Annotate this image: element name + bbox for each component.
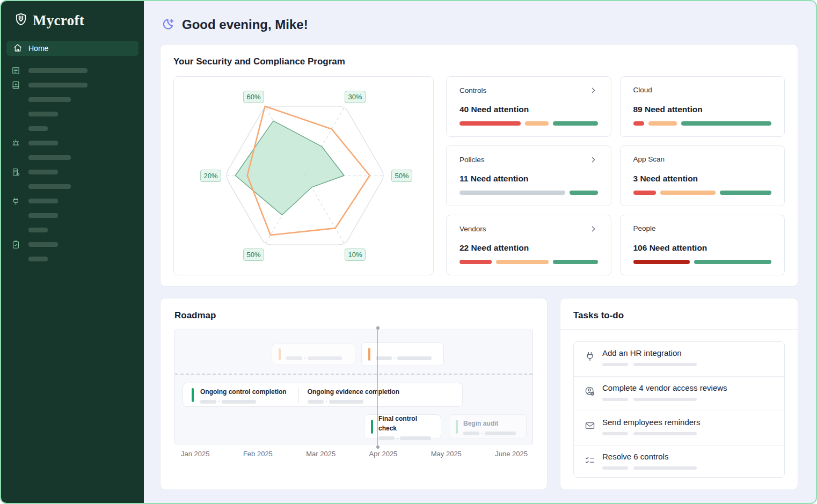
segment-green xyxy=(553,121,598,126)
greeting-header: Good evening, Mike! xyxy=(160,17,798,32)
tasks-list: Add an HR integration xyxy=(573,341,785,478)
app-name: Mycroft xyxy=(33,12,84,29)
skeleton-text xyxy=(286,356,342,360)
security-program-card: Your Security and Compliance Program 60%… xyxy=(160,44,798,287)
roadmap-item-label: Ongoing control completion xyxy=(200,388,287,396)
task-item-send-reminders[interactable]: Send employees reminders xyxy=(574,411,784,445)
roadmap-item-placeholder[interactable] xyxy=(272,344,355,365)
roadmap-item-label: Ongoing evidence completion xyxy=(308,388,399,396)
sidebar-item-placeholder[interactable] xyxy=(6,254,138,264)
tasks-title: Tasks to-do xyxy=(573,310,785,321)
mail-icon xyxy=(585,420,595,431)
stat-card-grid: Controls 40 Need attention Cloud 89 Need… xyxy=(446,76,785,275)
timeline-month-labels: Jan 2025 Feb 2025 Mar 2025 Apr 2025 May … xyxy=(174,450,533,458)
skeleton-text xyxy=(378,436,434,440)
task-item-resolve-controls[interactable]: Resolve 6 controls xyxy=(574,445,784,478)
stat-card-vendors[interactable]: Vendors 22 Need attention xyxy=(446,215,611,275)
item-accent-bar xyxy=(368,348,370,361)
sidebar-item-placeholder[interactable] xyxy=(6,225,138,235)
status-segment-bar xyxy=(633,121,772,126)
stat-card-title: People xyxy=(633,224,656,232)
task-item-vendor-reviews[interactable]: Complete 4 vendor access reviews xyxy=(574,376,784,411)
sidebar-placeholder-nav xyxy=(6,65,138,264)
month-label: May 2025 xyxy=(431,450,462,458)
skeleton-text xyxy=(463,432,516,435)
sidebar-item-placeholder[interactable] xyxy=(6,210,138,220)
segment-orange xyxy=(525,121,548,126)
siren-icon xyxy=(11,138,20,148)
app-window: Mycroft Home Good evening, Mike! xyxy=(0,0,817,504)
sidebar-item-placeholder[interactable] xyxy=(6,94,138,104)
main-content: Good evening, Mike! Your Security and Co… xyxy=(144,1,816,503)
stat-card-controls[interactable]: Controls 40 Need attention xyxy=(446,76,611,137)
skeleton-bar xyxy=(28,199,58,203)
roadmap-item-final-check[interactable]: Final control check xyxy=(364,414,441,439)
roadmap-timeline: Ongoing control completion Ongoing evide… xyxy=(174,330,533,444)
skeleton-bar xyxy=(28,155,71,160)
stat-card-title: Controls xyxy=(459,86,486,94)
task-item-hr-integration[interactable]: Add an HR integration xyxy=(574,342,784,376)
skeleton-bar xyxy=(28,141,58,145)
plug-icon xyxy=(585,351,595,362)
segment-red xyxy=(633,191,656,195)
chevron-right-icon[interactable] xyxy=(589,155,598,164)
chevron-right-icon[interactable] xyxy=(589,86,598,95)
stat-card-policies[interactable]: Policies 11 Need attention xyxy=(446,145,611,206)
plug-icon xyxy=(11,196,20,206)
stat-card-value: 3 Need attention xyxy=(633,174,772,184)
user-check-icon xyxy=(585,386,595,397)
roadmap-item-ongoing[interactable]: Ongoing control completion Ongoing evide… xyxy=(183,383,463,407)
skeleton-text xyxy=(602,432,701,435)
skeleton-text xyxy=(602,466,697,470)
item-divider xyxy=(298,387,299,403)
segment-green xyxy=(720,191,771,195)
sidebar-item-placeholder[interactable] xyxy=(6,196,138,206)
segment-green xyxy=(694,260,771,264)
tasks-card: Tasks to-do Add an HR integration xyxy=(560,298,798,490)
current-date-marker xyxy=(377,328,378,447)
status-segment-bar xyxy=(633,260,772,264)
stat-card-title: Policies xyxy=(459,156,485,164)
sidebar-item-placeholder[interactable] xyxy=(6,80,138,90)
roadmap-item-begin-audit[interactable]: Begin audit xyxy=(449,414,527,439)
chevron-right-icon[interactable] xyxy=(589,224,598,233)
stat-card-title: Vendors xyxy=(459,225,486,233)
list-icon xyxy=(11,66,20,75)
sidebar-item-placeholder[interactable] xyxy=(6,123,138,133)
skeleton-bar xyxy=(28,170,58,174)
sidebar-item-placeholder[interactable] xyxy=(6,65,138,75)
month-label: Jan 2025 xyxy=(181,450,210,458)
segment-green xyxy=(570,191,597,195)
sidebar-item-placeholder[interactable] xyxy=(6,239,138,249)
status-segment-bar xyxy=(459,121,598,126)
roadmap-item-placeholder[interactable] xyxy=(361,342,444,366)
item-accent-bar xyxy=(279,348,281,360)
skeleton-text xyxy=(376,356,432,360)
app-logo: Mycroft xyxy=(6,11,138,29)
skeleton-text xyxy=(308,400,399,404)
stat-card-value: 89 Need attention xyxy=(633,105,772,114)
task-label: Send employees reminders xyxy=(602,418,701,427)
segment-crimson xyxy=(633,260,690,264)
segment-gray xyxy=(459,191,565,195)
segment-red xyxy=(459,260,492,264)
sidebar-item-placeholder[interactable] xyxy=(6,152,138,162)
shield-logo-icon xyxy=(14,12,28,29)
status-segment-bar xyxy=(459,191,598,195)
stat-card-cloud[interactable]: Cloud 89 Need attention xyxy=(620,76,785,137)
stat-card-app-scan[interactable]: App Scan 3 Need attention xyxy=(620,145,785,206)
roadmap-card: Roadmap Ongoing co xyxy=(160,298,548,490)
skeleton-bar xyxy=(28,213,58,218)
roadmap-item-label: Final control check xyxy=(378,415,417,432)
stat-card-people[interactable]: People 106 Need attention xyxy=(620,215,785,275)
stat-card-title: App Scan xyxy=(633,155,665,163)
document-icon xyxy=(11,81,20,90)
skeleton-bar xyxy=(28,257,48,261)
skeleton-bar xyxy=(28,112,58,116)
sidebar-item-placeholder[interactable] xyxy=(6,109,138,119)
sidebar-item-placeholder[interactable] xyxy=(6,181,138,191)
sidebar-item-placeholder[interactable] xyxy=(6,138,138,148)
sidebar-item-placeholder[interactable] xyxy=(6,167,138,177)
stat-card-value: 40 Need attention xyxy=(459,105,598,114)
sidebar-item-home[interactable]: Home xyxy=(6,41,138,56)
